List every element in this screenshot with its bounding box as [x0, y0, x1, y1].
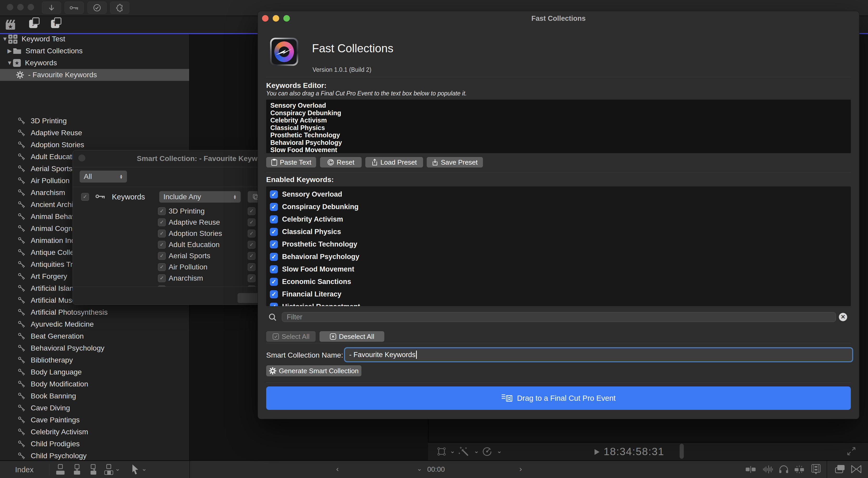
generate-smart-collection-button[interactable]: Generate Smart Collection — [266, 365, 362, 376]
keyword-checkbox-secondary[interactable]: ✓ — [248, 241, 255, 249]
keywords-text-box[interactable]: Sensory OverloadConspiracy DebunkingCele… — [266, 100, 851, 153]
media-library-tab[interactable]: ★ — [6, 20, 15, 30]
enabled-keywords-list[interactable]: ✓ Sensory Overload ✓ Conspiracy Debunkin… — [266, 187, 851, 306]
match-mode-select[interactable]: Include Any ▲▼ — [159, 191, 241, 202]
skip-clip-button[interactable] — [851, 465, 862, 475]
sidebar-item-library[interactable]: ▼ ★★★★ Keyword Test — [0, 33, 189, 45]
filter-input[interactable] — [282, 312, 836, 322]
enabled-keyword-checkbox[interactable]: ✓ — [270, 278, 278, 286]
audio-skimming-button[interactable] — [762, 465, 774, 475]
duplicate-timeline-button[interactable] — [835, 465, 846, 475]
sidebar-keyword-item[interactable]: Cave Paintings — [0, 414, 189, 426]
keyword-checkbox-secondary[interactable]: ✓ — [248, 263, 255, 271]
keyword-checkbox-secondary[interactable]: ✓ — [248, 230, 255, 237]
extensions-button[interactable] — [110, 2, 129, 14]
keyword-editor-button[interactable] — [65, 2, 84, 14]
solo-headphones-button[interactable] — [778, 465, 789, 475]
disclosure-open-icon[interactable]: ▼ — [6, 60, 13, 66]
chevron-right-icon[interactable]: › — [519, 465, 522, 473]
play-icon[interactable] — [594, 449, 600, 456]
expand-fullscreen-icon[interactable] — [847, 447, 856, 457]
keyword-checkbox[interactable]: ✓ — [158, 219, 166, 226]
chevron-left-icon[interactable]: ‹ — [336, 465, 339, 473]
snapping-button[interactable] — [793, 465, 806, 475]
keyword-checkbox[interactable]: ✓ — [158, 207, 166, 215]
enabled-keyword-checkbox[interactable]: ✓ — [270, 203, 278, 211]
chevron-down-icon[interactable]: ⌄ — [474, 447, 479, 455]
close-window-button[interactable] — [7, 4, 13, 10]
sound-effects-tab[interactable]: ♪ — [29, 20, 37, 28]
paste-text-button[interactable]: Paste Text — [266, 157, 316, 167]
disclosure-open-icon[interactable]: ▼ — [2, 36, 8, 42]
sidebar-keyword-item[interactable]: Cave Diving — [0, 402, 189, 414]
import-media-button[interactable] — [42, 2, 61, 14]
dialog-title-bar[interactable]: Fast Collections — [258, 11, 859, 26]
sidebar-keyword-item[interactable]: Adaptive Reuse — [0, 127, 189, 139]
keyword-checkbox[interactable]: ✓ — [158, 241, 166, 249]
zoom-window-button[interactable] — [28, 4, 34, 10]
load-preset-button[interactable]: Load Preset — [365, 157, 423, 167]
chevron-down-icon[interactable]: ⌄ — [142, 465, 147, 472]
chevron-down-icon[interactable]: ⌄ — [417, 465, 422, 472]
reset-button[interactable]: Reset — [320, 157, 362, 167]
sidebar-keyword-item[interactable]: Celebrity Activism — [0, 426, 189, 438]
viewer-scroll-handle[interactable] — [680, 444, 684, 459]
clear-filter-button[interactable]: ✕ — [839, 313, 847, 321]
keyword-checkbox[interactable]: ✓ — [158, 252, 166, 260]
sidebar-keyword-item[interactable]: Ayurvedic Medicine — [0, 318, 189, 330]
drag-to-event-target[interactable]: Drag to a Final Cut Pro Event — [266, 386, 851, 410]
select-tool-button[interactable] — [131, 464, 139, 476]
disclosure-closed-icon[interactable]: ▶ — [6, 47, 13, 54]
sidebar-keyword-item[interactable]: Artificial Photosynthesis — [0, 306, 189, 318]
color-correction-button[interactable] — [482, 447, 492, 457]
transform-tool-button[interactable] — [437, 447, 446, 457]
sidebar-keyword-item[interactable]: Bibliotherapy — [0, 354, 189, 366]
sidebar-keyword-item[interactable]: Body Modification — [0, 378, 189, 390]
sidebar-keyword-item[interactable]: Behavioral Psychology — [0, 342, 189, 354]
enhancements-wand-button[interactable] — [459, 446, 469, 458]
keyword-checkbox-secondary[interactable]: ✓ — [248, 274, 255, 282]
enabled-keyword-checkbox[interactable]: ✓ — [270, 240, 278, 248]
sidebar-keyword-item[interactable]: 3D Printing — [0, 115, 189, 127]
enabled-keyword-checkbox[interactable]: ✓ — [270, 265, 278, 273]
trim-view-button[interactable] — [745, 466, 757, 474]
select-all-button[interactable]: Select All — [266, 331, 316, 342]
keyword-checkbox[interactable]: ✓ — [158, 263, 166, 271]
chevron-down-icon[interactable]: ⌄ — [497, 447, 502, 455]
chevron-down-icon[interactable]: ⌄ — [115, 465, 120, 472]
insert-edit-button[interactable] — [55, 464, 66, 476]
append-edit-button[interactable] — [88, 464, 98, 476]
scope-select[interactable]: All ▲▼ — [80, 170, 127, 183]
enabled-keyword-checkbox[interactable]: ✓ — [270, 228, 278, 236]
enabled-keyword-checkbox[interactable]: ✓ — [270, 290, 278, 298]
smart-collection-name-input[interactable]: - Favourite Keywords — [345, 348, 852, 361]
save-preset-button[interactable]: Save Preset — [427, 157, 483, 167]
keyword-checkbox[interactable]: ✓ — [158, 274, 166, 282]
overwrite-edit-button[interactable] — [103, 464, 114, 476]
sidebar-item-smart-collections[interactable]: ▶ Smart Collections — [0, 45, 189, 57]
keyword-checkbox[interactable]: ✓ — [158, 230, 166, 237]
clip-appearance-button[interactable] — [811, 464, 821, 476]
sidebar-item-keywords-group[interactable]: ▼ ★ Keywords — [0, 57, 189, 69]
keyword-checkbox-secondary[interactable]: ✓ — [248, 207, 255, 215]
titles-generators-tab[interactable]: T — [51, 20, 59, 28]
background-tasks-button[interactable] — [87, 2, 107, 14]
connect-edit-button[interactable] — [72, 464, 82, 476]
keyword-checkbox-secondary[interactable]: ✓ — [248, 219, 255, 226]
sidebar-keyword-item[interactable]: Child Prodigies — [0, 438, 189, 450]
enabled-keyword-checkbox[interactable]: ✓ — [270, 190, 278, 198]
sidebar-keyword-item[interactable]: Beat Generation — [0, 330, 189, 342]
enabled-keyword-checkbox[interactable]: ✓ — [270, 215, 278, 223]
enabled-keyword-checkbox[interactable]: ✓ — [270, 303, 278, 306]
sidebar-keyword-item[interactable]: Adoption Stories — [0, 139, 189, 151]
index-button[interactable]: Index — [15, 466, 34, 474]
sidebar-keyword-item[interactable]: Book Banning — [0, 390, 189, 402]
sidebar-keyword-item[interactable]: Body Language — [0, 366, 189, 378]
sidebar-item-favourite-keywords[interactable]: - Favourite Keywords — [0, 69, 189, 81]
keyword-checkbox-secondary[interactable]: ✓ — [248, 252, 255, 260]
enabled-keyword-checkbox[interactable]: ✓ — [270, 253, 278, 261]
minimize-window-button[interactable] — [17, 4, 24, 10]
chevron-down-icon[interactable]: ⌄ — [450, 447, 455, 455]
rule-enabled-checkbox[interactable]: ✓ — [81, 193, 89, 201]
deselect-all-button[interactable]: Deselect All — [319, 331, 384, 342]
